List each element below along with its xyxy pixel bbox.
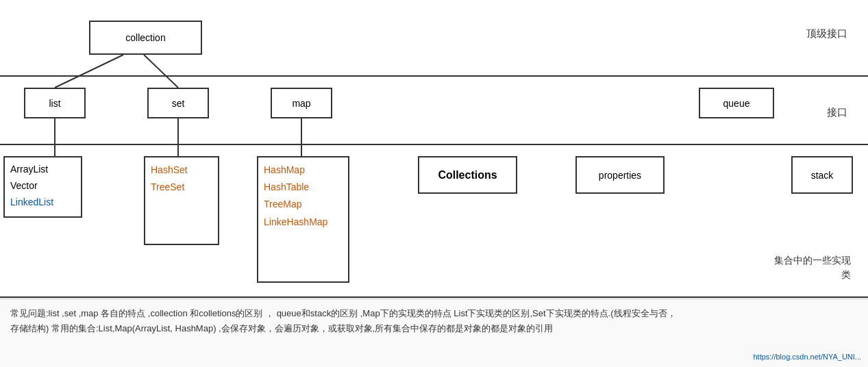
hashmap-line4: LinkeHashMap: [264, 214, 327, 231]
list-box: list: [24, 88, 86, 118]
hashmap-line2: HashTable: [264, 179, 309, 196]
list-label: list: [49, 98, 60, 109]
arraylist-box: ArrayList Vector LinkedList: [3, 156, 82, 218]
stack-box: stack: [791, 156, 853, 194]
bottom-line1: 常见问题:list ,set ,map 各自的特点 ,collection 和c…: [10, 306, 858, 321]
map-box: map: [271, 88, 332, 118]
collections-label: Collections: [438, 169, 497, 181]
impl-class-line2: 类: [841, 269, 851, 280]
set-label: set: [172, 98, 185, 109]
arraylist-line2: Vector: [10, 178, 38, 194]
queue-box: queue: [699, 88, 774, 118]
set-box: set: [147, 88, 209, 118]
svg-line-1: [144, 55, 178, 88]
collection-box: collection: [89, 21, 202, 55]
queue-label: queue: [723, 98, 750, 109]
arraylist-line1: ArrayList: [10, 162, 48, 178]
interface-label: 接口: [827, 106, 847, 119]
collection-label: collection: [125, 32, 165, 43]
hashset-box: HashSet TreeSet: [144, 156, 219, 245]
bottom-link: https://blog.csdn.net/NYA_UNI...: [753, 351, 861, 364]
stack-label: stack: [811, 170, 834, 181]
hashmap-line3: TreeMap: [264, 196, 302, 213]
properties-box: properties: [575, 156, 665, 194]
properties-label: properties: [599, 170, 641, 181]
impl-class-label: 集合中的一些实现 类: [774, 253, 851, 282]
hashmap-box: HashMap HashTable TreeMap LinkeHashMap: [257, 156, 349, 283]
bottom-area: 常见问题:list ,set ,map 各自的特点 ,collection 和c…: [0, 299, 868, 367]
arraylist-line3: LinkedList: [10, 194, 53, 211]
top-interface-label: 顶级接口: [806, 27, 847, 40]
svg-line-0: [55, 55, 123, 88]
hashset-line1: HashSet: [151, 162, 188, 179]
hashset-line2: TreeSet: [151, 179, 184, 196]
hline-top: [0, 75, 868, 77]
hashmap-line1: HashMap: [264, 162, 305, 179]
diagram-area: collection list set map queue ArrayList …: [0, 0, 868, 298]
hline-mid: [0, 144, 868, 145]
impl-class-line1: 集合中的一些实现: [774, 255, 851, 266]
map-label: map: [292, 98, 310, 109]
collections-box: Collections: [418, 156, 517, 194]
bottom-line2: 存储结构) 常用的集合:List,Map(ArrayList, HashMap)…: [10, 321, 858, 336]
